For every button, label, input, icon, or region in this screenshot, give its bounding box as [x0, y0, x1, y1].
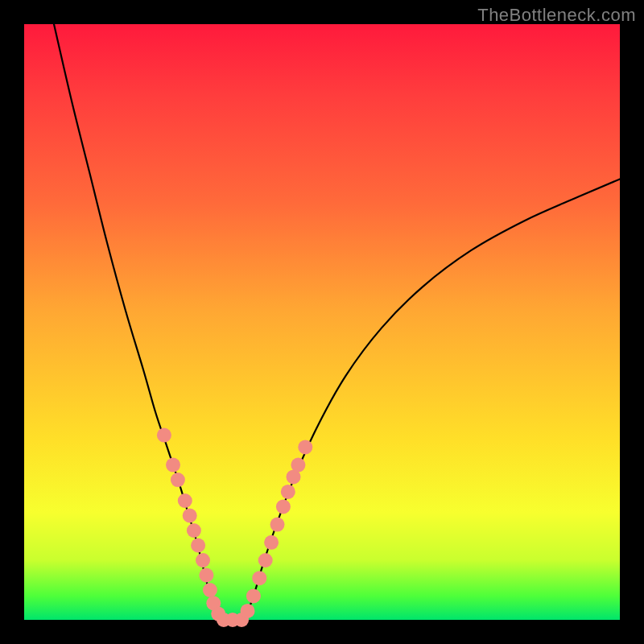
highlight-dot: [171, 473, 185, 487]
highlight-dot: [157, 428, 171, 443]
highlight-dots-group: [157, 428, 312, 627]
plot-area: [24, 24, 620, 620]
highlight-dot: [258, 553, 273, 568]
highlight-dot: [298, 440, 312, 454]
highlight-dot: [183, 509, 197, 523]
highlight-dot: [191, 539, 205, 553]
highlight-dot: [276, 499, 291, 514]
highlight-dot: [281, 485, 295, 499]
highlight-dot: [291, 458, 305, 473]
chart-stage: TheBottleneck.com: [0, 0, 644, 644]
highlight-dot: [196, 553, 210, 568]
highlight-dot: [264, 535, 279, 550]
highlight-dot: [246, 588, 261, 603]
highlight-dot: [178, 493, 192, 508]
highlight-dot: [270, 518, 285, 532]
highlight-dot: [166, 458, 180, 473]
highlight-dot: [203, 583, 217, 597]
curve-right-branch: [245, 179, 620, 620]
highlight-dot: [199, 568, 213, 583]
watermark-text: TheBottleneck.com: [477, 5, 636, 26]
highlight-dot: [187, 523, 201, 538]
highlight-dot: [241, 604, 255, 618]
highlight-dot: [252, 571, 266, 585]
curve-layer: [24, 24, 620, 620]
